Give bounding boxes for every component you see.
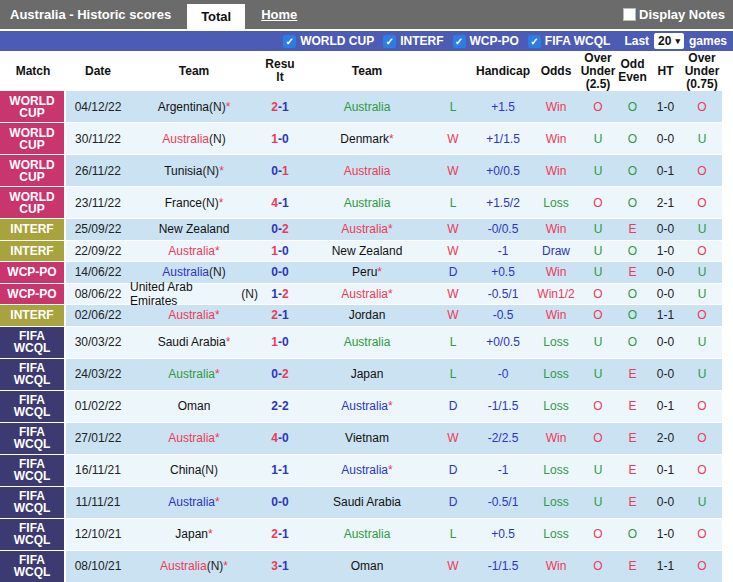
odd-even-cell: E [616,262,649,284]
away-team-cell: Australia* [302,455,432,487]
competition-badge: FIFA WCQL [0,487,66,519]
competition-checkbox[interactable]: ✓ [453,35,466,48]
competition-badge: FIFA WCQL [0,391,66,423]
odd-even-cell: E [616,487,649,519]
checkmark-icon: ✓ [285,36,293,47]
competition-filter-1: ✓INTERF [383,34,443,48]
odd-even-cell: E [616,391,649,423]
score-cell: 1-0 [258,327,302,359]
competition-badge: FIFA WCQL [0,455,66,487]
over-under-075-cell: O [682,241,722,263]
over-under-075-cell: U [682,359,722,391]
score-cell: 1-0 [258,241,302,263]
header-odd-even: Odd Even [616,58,649,84]
tab-total[interactable]: Total [187,4,245,29]
tab-home[interactable]: Home [261,7,297,22]
over-under-075-cell: O [682,423,722,455]
header-match: Match [0,65,66,78]
home-team-cell: China(N) [130,455,258,487]
odds-cell: Win [532,91,580,123]
home-team-cell: Australia* [130,423,258,455]
score-cell: 0-2 [258,359,302,391]
header-date: Date [66,65,130,78]
match-row: INTERF25/09/22New Zealand0-2Australia*W-… [0,219,722,241]
home-team-cell: New Zealand [130,219,258,241]
table-header-row: Match Date Team Result Team Handicap Odd… [0,51,722,91]
ht-cell: 0-0 [649,219,682,241]
ht-cell: 1-0 [649,519,682,551]
match-row: WORLD CUP26/11/22Tunisia(N)*0-1Australia… [0,155,722,187]
competition-badge: WORLD CUP [0,91,66,123]
date-cell: 16/11/21 [66,455,130,487]
home-team-cell: Oman [130,391,258,423]
score-cell: 0-2 [258,219,302,241]
over-under-25-cell: U [580,455,616,487]
odds-cell: Loss [532,327,580,359]
competition-checkbox[interactable]: ✓ [283,35,296,48]
odds-cell: Loss [532,359,580,391]
home-team-cell: Australia* [130,487,258,519]
match-row: WORLD CUP04/12/22Argentina(N)*2-1Austral… [0,91,722,123]
over-under-075-cell: O [682,187,722,219]
home-team-cell: Tunisia(N)* [130,155,258,187]
competition-checkbox[interactable]: ✓ [528,35,541,48]
ht-cell: 1-1 [649,551,682,582]
match-rows: WORLD CUP04/12/22Argentina(N)*2-1Austral… [0,91,722,582]
result-letter-cell: W [432,155,474,187]
checkmark-icon: ✓ [455,36,463,47]
ht-cell: 1-0 [649,91,682,123]
chevron-down-icon: ▾ [675,36,680,46]
ht-cell: 0-0 [649,487,682,519]
display-notes-label: Display Notes [639,7,725,22]
result-letter-cell: L [432,91,474,123]
score-cell: 0-1 [258,155,302,187]
odd-even-cell: O [616,327,649,359]
competition-checkbox[interactable]: ✓ [383,35,396,48]
ht-cell: 0-0 [649,123,682,155]
over-under-25-cell: O [580,551,616,582]
away-team-cell: Australia [302,155,432,187]
games-count-select[interactable]: 20 ▾ [654,33,684,49]
over-under-075-cell: O [682,455,722,487]
odds-cell: Loss [532,187,580,219]
odd-even-cell: O [616,187,649,219]
over-under-25-cell: U [580,327,616,359]
date-cell: 01/02/22 [66,391,130,423]
result-letter-cell: W [432,305,474,327]
odd-even-cell: O [616,284,649,306]
competition-badge: WORLD CUP [0,187,66,219]
over-under-075-cell: O [682,391,722,423]
display-notes-checkbox[interactable] [623,8,636,21]
home-team-cell: Australia* [130,241,258,263]
date-cell: 24/03/22 [66,359,130,391]
odd-even-cell: E [616,219,649,241]
odd-even-cell: O [616,241,649,263]
odds-cell: Win [532,262,580,284]
match-row: FIFA WCQL16/11/21China(N)1-1Australia*D-… [0,455,722,487]
header-over-under-075: Over Under (0.75) [682,52,722,91]
over-under-25-cell: O [580,187,616,219]
over-under-075-cell: O [682,305,722,327]
ht-cell: 2-0 [649,423,682,455]
over-under-25-cell: O [580,91,616,123]
ht-cell: 0-0 [649,284,682,306]
date-cell: 08/10/21 [66,551,130,582]
odds-cell: Loss [532,455,580,487]
handicap-cell: -1/1.5 [474,551,532,582]
over-under-25-cell: O [580,519,616,551]
date-cell: 14/06/22 [66,262,130,284]
match-row: FIFA WCQL11/11/21Australia*0-0Saudi Arab… [0,487,722,519]
odds-cell: Win1/2 [532,284,580,306]
home-team-cell: Argentina(N)* [130,91,258,123]
result-letter-cell: W [432,219,474,241]
checkmark-icon: ✓ [385,36,393,47]
result-letter-cell: D [432,262,474,284]
date-cell: 30/03/22 [66,327,130,359]
date-cell: 22/09/22 [66,241,130,263]
match-row: FIFA WCQL24/03/22Australia*0-2JapanL-0Lo… [0,359,722,391]
score-cell: 2-1 [258,91,302,123]
away-team-cell: Japan [302,359,432,391]
match-row: INTERF22/09/22Australia*1-0New ZealandW-… [0,241,722,263]
ht-cell: 0-0 [649,359,682,391]
over-under-25-cell: U [580,487,616,519]
